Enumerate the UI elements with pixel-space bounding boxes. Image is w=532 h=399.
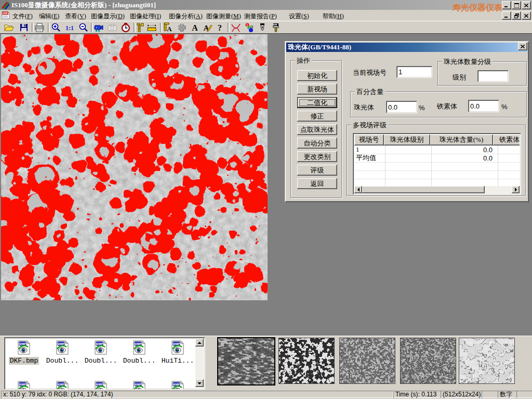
child-restore-button[interactable] [512, 11, 521, 20]
level-input[interactable] [477, 70, 509, 82]
menu-item-8[interactable]: 测量报告(P) [244, 12, 277, 20]
op-button-5[interactable]: 点取珠光体 [297, 124, 337, 135]
text-button[interactable]: A [189, 22, 201, 33]
current-field-input[interactable]: 1 [396, 66, 432, 78]
micrograph-image[interactable] [1, 34, 268, 300]
pen-icon [257, 22, 268, 33]
window-close-button[interactable] [522, 1, 531, 9]
print-button[interactable] [33, 22, 46, 33]
help-button[interactable]: ? [214, 22, 226, 33]
op-button-1[interactable]: 初始化 [297, 70, 337, 81]
table-cell [354, 162, 385, 171]
menu-item-1[interactable]: 文件(F) [12, 12, 33, 20]
menu-item-3[interactable]: 查看(V) [65, 12, 86, 20]
table-row-4[interactable] [354, 170, 518, 179]
dialog-title-bar[interactable]: 珠光体(GB/T9441-88) [286, 43, 527, 52]
file-item-1[interactable]: BMP DKF.bmp [5, 340, 43, 365]
table-row-2[interactable]: 平均值0.0 [354, 154, 518, 162]
menu-item-4[interactable]: 图像显示(D) [91, 12, 125, 20]
table-header-2[interactable]: 珠光体级别 [384, 135, 430, 145]
merge-button[interactable] [176, 22, 188, 33]
menu-item-6[interactable]: 图像分析(A) [169, 12, 203, 20]
brush-button[interactable] [270, 22, 282, 33]
thumbnail-image [459, 338, 515, 384]
table-horizontal-scrollbar[interactable] [354, 186, 520, 193]
file-list: BMP DKF.bmp BMP Doubl... BMP Doubl... BM… [4, 337, 205, 390]
svg-text:A: A [167, 25, 172, 33]
pearlite-percent-input[interactable]: 0.0 [386, 101, 417, 113]
scroll-up-button[interactable] [195, 339, 204, 347]
window-maximize-button[interactable] [512, 1, 521, 9]
video-capture-button[interactable] [92, 22, 105, 33]
annotate-button[interactable]: A [201, 22, 214, 33]
actual-size-button[interactable]: 1:1 [63, 22, 76, 33]
table-header-4[interactable]: 铁素体含量(%) [493, 135, 520, 145]
file-item-row2-5[interactable]: BMP [159, 381, 196, 390]
caliper-button[interactable] [134, 22, 147, 33]
classify-button[interactable]: 123 [243, 22, 256, 33]
curve-measure-button[interactable] [230, 22, 242, 33]
menu-item-7[interactable]: 图像测量(M) [206, 12, 241, 20]
thumbnail-image [401, 338, 456, 384]
zoom-out-button[interactable] [77, 22, 89, 33]
menu-item-10[interactable]: 帮助(H) [323, 12, 344, 20]
pen-button[interactable] [256, 22, 269, 33]
ruler-button[interactable] [145, 22, 158, 33]
op-button-9[interactable]: 返回 [297, 178, 337, 189]
measure-label-icon: A [163, 22, 174, 33]
table-row-1[interactable]: 10.0 [354, 145, 518, 154]
dialog-close-button[interactable] [518, 42, 527, 50]
op-button-8[interactable]: 评级 [297, 165, 337, 176]
op-button-3[interactable]: 二值化 [297, 97, 337, 108]
thumbnail-3[interactable] [339, 338, 395, 384]
op-button-2[interactable]: 新视场 [297, 84, 337, 95]
file-item-row2-2[interactable]: BMP [44, 381, 81, 390]
menu-item-9[interactable]: 设置(S) [289, 12, 309, 20]
svg-text:BMP: BMP [173, 342, 180, 345]
thumbnail-1[interactable] [217, 337, 275, 385]
child-minimize-button[interactable] [502, 11, 511, 20]
thumbnail-4[interactable] [400, 338, 456, 384]
scroll-thumb[interactable] [362, 186, 485, 193]
pearlite-percent-label: 珠光体 [354, 103, 374, 112]
close-icon [521, 45, 525, 48]
menu-item-5[interactable]: 图像处理(I) [130, 12, 161, 20]
scroll-left-button[interactable] [354, 186, 362, 193]
file-name: Doubl... [84, 357, 118, 365]
timer-button[interactable] [119, 22, 132, 33]
menu-item-2[interactable]: 编辑(E) [39, 12, 59, 20]
op-button-4[interactable]: 修正 [297, 111, 337, 122]
table-header-1[interactable]: 视场号 [354, 135, 384, 145]
ferrite-percent-input[interactable]: 0.0 [468, 100, 499, 112]
file-item-4[interactable]: BMP Doubl... [121, 340, 158, 365]
timer-icon [121, 22, 131, 33]
file-item-row2-4[interactable]: BMP [121, 381, 158, 390]
file-item-3[interactable]: BMP Doubl... [82, 340, 119, 365]
file-item-row2-3[interactable]: BMP [82, 381, 119, 390]
percent-group-label: 百分含量 [355, 87, 385, 97]
thumbnail-2[interactable] [278, 338, 335, 384]
file-list-scrollbar[interactable] [195, 339, 204, 387]
op-button-6[interactable]: 自动分类 [297, 138, 337, 149]
brush-icon [271, 22, 281, 33]
table-row-3[interactable] [354, 162, 518, 170]
table-header-3[interactable]: 珠光体含量(%) [430, 135, 493, 145]
scroll-down-button[interactable] [195, 379, 204, 387]
measure-label-button[interactable]: A [162, 22, 175, 33]
save-button[interactable] [18, 22, 30, 33]
photo-capture-button[interactable] [106, 22, 118, 33]
table-cell [384, 170, 432, 179]
child-close-button[interactable] [522, 11, 531, 20]
file-item-5[interactable]: BMP HuiTi... [159, 340, 196, 365]
window-minimize-button[interactable] [502, 1, 511, 9]
file-item-row2-1[interactable]: BMP [5, 381, 43, 390]
thumbnail-5[interactable] [459, 338, 515, 384]
zoom-in-button[interactable] [49, 22, 62, 33]
op-button-7[interactable]: 更改类别 [297, 151, 337, 162]
open-button[interactable] [3, 22, 15, 33]
scroll-right-button[interactable] [512, 186, 520, 193]
bmp-file-icon: BMP [44, 381, 81, 390]
multi-field-table[interactable]: 视场号珠光体级别珠光体含量(%)铁素体含量(%)10.0平均值0.0 [353, 133, 521, 195]
file-item-2[interactable]: BMP Doubl... [44, 340, 81, 365]
multi-field-group-label: 多视场评级 [351, 121, 388, 130]
